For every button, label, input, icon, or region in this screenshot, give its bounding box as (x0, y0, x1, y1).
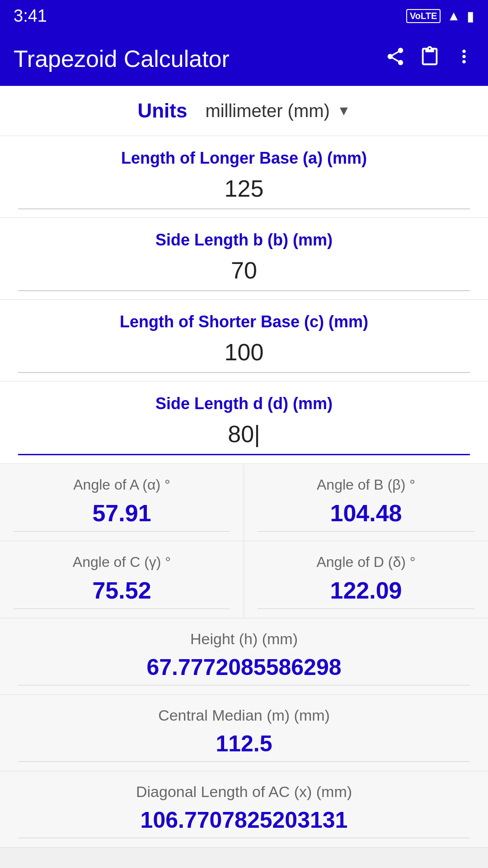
height-row: Height (h) (mm) 67.7772085586298 (0, 618, 488, 695)
side-b-input[interactable]: 70 (18, 257, 470, 291)
status-icons: VoLTE ▲ ▮ (406, 8, 474, 24)
central-median-value: 112.5 (18, 731, 470, 762)
diagonal-ac-label: Diagonal Length of AC (x) (mm) (18, 783, 470, 801)
main-content: Units millimeter (mm) ▼ Length of Longer… (0, 86, 488, 848)
central-median-label: Central Median (m) (mm) (18, 707, 470, 724)
diagonal-ac-value: 106.7707825203131 (18, 807, 470, 838)
shorter-base-group: Length of Shorter Base (c) (mm) 100 (0, 300, 488, 382)
angle-d-value: 122.09 (258, 577, 474, 609)
diagonal-ac-row: Diagonal Length of AC (x) (mm) 106.77078… (0, 771, 488, 848)
central-median-row: Central Median (m) (mm) 112.5 (0, 695, 488, 771)
results-section: Angle of A (α) ° 57.91 Angle of B (β) ° … (0, 464, 488, 848)
angle-c-value: 75.52 (14, 577, 230, 609)
volte-badge: VoLTE (406, 9, 441, 23)
angle-a-value: 57.91 (14, 500, 230, 532)
angles-cd-row: Angle of C (γ) ° 75.52 Angle of D (δ) ° … (0, 541, 488, 618)
angle-c-cell: Angle of C (γ) ° 75.52 (0, 541, 244, 618)
shorter-base-label: Length of Shorter Base (c) (mm) (18, 312, 470, 331)
height-value: 67.7772085586298 (18, 654, 470, 685)
side-d-group: Side Length d (d) (mm) 80 (0, 382, 488, 464)
app-bar-actions (385, 46, 474, 72)
battery-icon: ▮ (467, 8, 474, 24)
status-bar: 3:41 VoLTE ▲ ▮ (0, 0, 488, 32)
angle-d-label: Angle of D (δ) ° (258, 554, 474, 571)
side-d-label: Side Length d (d) (mm) (18, 394, 470, 413)
angle-b-value: 104.48 (258, 500, 474, 532)
angle-a-cell: Angle of A (α) ° 57.91 (0, 464, 244, 541)
more-options-icon[interactable] (454, 46, 474, 72)
longer-base-label: Length of Longer Base (a) (mm) (18, 149, 470, 168)
angle-a-label: Angle of A (α) ° (14, 476, 230, 493)
units-label: Units (137, 99, 187, 122)
dropdown-arrow-icon: ▼ (337, 103, 351, 118)
app-title: Trapezoid Calculator (14, 45, 230, 72)
signal-icon: ▲ (447, 8, 460, 24)
shorter-base-input[interactable]: 100 (18, 339, 470, 373)
input-section: Length of Longer Base (a) (mm) 125 Side … (0, 136, 488, 464)
angle-c-label: Angle of C (γ) ° (14, 554, 230, 571)
app-bar: Trapezoid Calculator (0, 32, 488, 86)
status-time: 3:41 (14, 6, 47, 26)
angle-b-cell: Angle of B (β) ° 104.48 (244, 464, 488, 541)
units-dropdown[interactable]: millimeter (mm) ▼ (205, 101, 350, 121)
units-value: millimeter (mm) (205, 101, 330, 121)
angles-ab-row: Angle of A (α) ° 57.91 Angle of B (β) ° … (0, 464, 488, 541)
units-row: Units millimeter (mm) ▼ (0, 86, 488, 136)
share-icon[interactable] (385, 46, 406, 72)
longer-base-group: Length of Longer Base (a) (mm) 125 (0, 136, 488, 218)
clipboard-icon[interactable] (419, 46, 440, 72)
angle-b-label: Angle of B (β) ° (258, 476, 474, 493)
longer-base-input[interactable]: 125 (18, 175, 470, 209)
side-b-label: Side Length b (b) (mm) (18, 231, 470, 250)
angle-d-cell: Angle of D (δ) ° 122.09 (244, 541, 488, 618)
side-d-input[interactable]: 80 (18, 420, 470, 455)
side-b-group: Side Length b (b) (mm) 70 (0, 218, 488, 300)
height-label: Height (h) (mm) (18, 630, 470, 648)
